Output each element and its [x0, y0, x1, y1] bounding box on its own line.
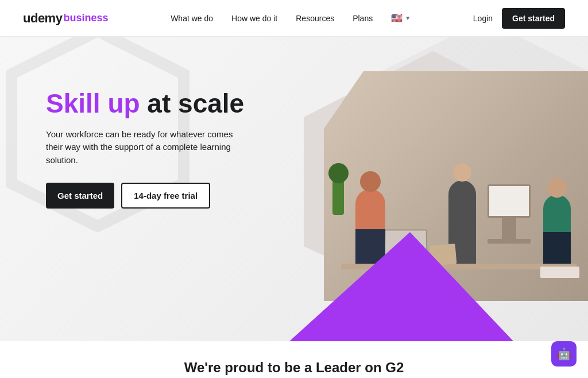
- hero-section: Skill up at scale Your workforce can be …: [0, 37, 588, 341]
- hero-title-highlight: Skill up: [46, 88, 140, 118]
- purple-triangle: [289, 232, 513, 341]
- logo-business-text: business: [63, 12, 108, 24]
- nav-link-how-we-do-it[interactable]: How we do it: [231, 14, 277, 23]
- logo: udemybusiness: [23, 11, 108, 26]
- hero-get-started-button[interactable]: Get started: [46, 183, 114, 209]
- navbar: udemybusiness What we do How we do it Re…: [0, 0, 588, 37]
- chat-icon: 🤖: [557, 347, 571, 361]
- hero-content: Skill up at scale Your workforce can be …: [46, 88, 244, 209]
- g2-title: We're proud to be a Leader on G2: [23, 360, 565, 376]
- hero-subtitle: Your workforce can be ready for whatever…: [46, 128, 241, 167]
- chevron-down-icon: ▼: [405, 15, 411, 21]
- logo-udemy-text: udemy: [23, 11, 62, 26]
- g2-section: We're proud to be a Leader on G2 Reviewe…: [0, 341, 588, 378]
- hero-buttons: Get started 14-day free trial: [46, 183, 244, 209]
- language-selector[interactable]: 🇺🇸 ▼: [391, 13, 411, 24]
- nav-link-plans[interactable]: Plans: [353, 14, 373, 23]
- hero-image-area: [255, 37, 588, 341]
- hero-title: Skill up at scale: [46, 88, 244, 119]
- login-button[interactable]: Login: [473, 14, 493, 23]
- nav-link-resources[interactable]: Resources: [296, 14, 334, 23]
- flag-icon: 🇺🇸: [391, 13, 403, 24]
- nav-actions: Login Get started: [473, 8, 565, 29]
- nav-links: What we do How we do it Resources Plans …: [171, 13, 411, 24]
- hero-title-rest: at scale: [140, 88, 245, 118]
- get-started-nav-button[interactable]: Get started: [502, 8, 565, 29]
- nav-link-what-we-do[interactable]: What we do: [171, 14, 213, 23]
- hero-free-trial-button[interactable]: 14-day free trial: [121, 183, 210, 209]
- chat-bubble-button[interactable]: 🤖: [551, 341, 577, 367]
